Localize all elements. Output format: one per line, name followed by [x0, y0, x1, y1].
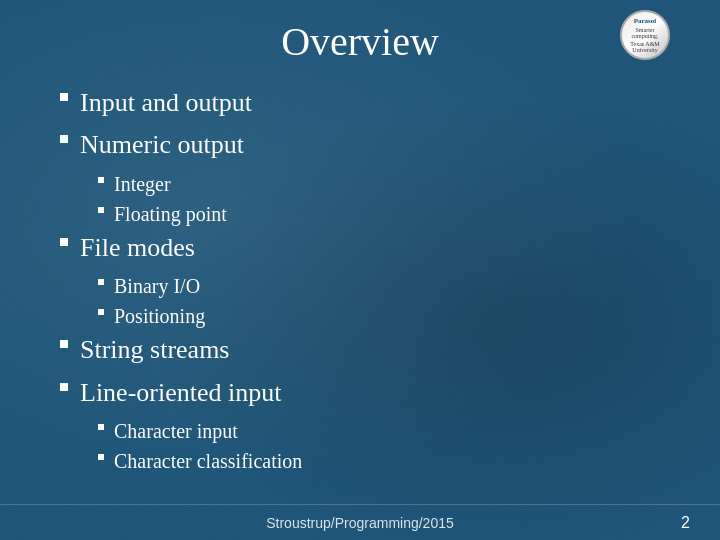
slide-title: Overview	[281, 18, 439, 65]
bullet-icon	[60, 135, 68, 143]
list-item: Binary I/O	[98, 272, 660, 300]
list-item: String streams	[60, 332, 660, 368]
bullet-text: Input and output	[80, 85, 252, 121]
sub-bullet-text: Binary I/O	[114, 272, 200, 300]
sub-bullet-icon	[98, 177, 104, 183]
sub-bullet-text: Character input	[114, 417, 238, 445]
logo-circle: Parasol Smarter computing. Texas A&M Uni…	[620, 10, 670, 60]
sub-bullet-icon	[98, 424, 104, 430]
bullet-icon	[60, 93, 68, 101]
bullet-text: Line-oriented input	[80, 375, 281, 411]
sub-bullet-icon	[98, 279, 104, 285]
list-item: Character input	[98, 417, 660, 445]
list-item: File modes	[60, 230, 660, 266]
logo-tagline1: Smarter computing.	[622, 27, 668, 39]
list-item: Input and output	[60, 85, 660, 121]
slide-content: Input and output Numeric output Integer …	[0, 75, 720, 540]
logo-tagline2: Texas A&M University	[622, 41, 668, 53]
footer-text: Stroustrup/Programming/2015	[0, 515, 720, 531]
bullet-icon	[60, 383, 68, 391]
sub-bullet-text: Positioning	[114, 302, 205, 330]
slide-footer: Stroustrup/Programming/2015 2	[0, 504, 720, 540]
list-item: Integer	[98, 170, 660, 198]
bullet-text: File modes	[80, 230, 195, 266]
bullet-text: Numeric output	[80, 127, 244, 163]
sub-bullet-icon	[98, 309, 104, 315]
sub-bullet-icon	[98, 207, 104, 213]
sub-bullet-icon	[98, 454, 104, 460]
sub-bullet-text: Integer	[114, 170, 171, 198]
list-item: Character classification	[98, 447, 660, 475]
bullet-text: String streams	[80, 332, 230, 368]
list-item: Line-oriented input	[60, 375, 660, 411]
slide-header: Overview Parasol Smarter computing. Texa…	[0, 0, 720, 75]
sub-bullet-text: Floating point	[114, 200, 227, 228]
list-item: Floating point	[98, 200, 660, 228]
logo: Parasol Smarter computing. Texas A&M Uni…	[620, 10, 700, 70]
logo-brand: Parasol	[622, 17, 668, 25]
bullet-icon	[60, 238, 68, 246]
page-number: 2	[681, 514, 690, 532]
list-item: Numeric output	[60, 127, 660, 163]
list-item: Positioning	[98, 302, 660, 330]
bullet-icon	[60, 340, 68, 348]
sub-bullet-text: Character classification	[114, 447, 302, 475]
slide: Overview Parasol Smarter computing. Texa…	[0, 0, 720, 540]
